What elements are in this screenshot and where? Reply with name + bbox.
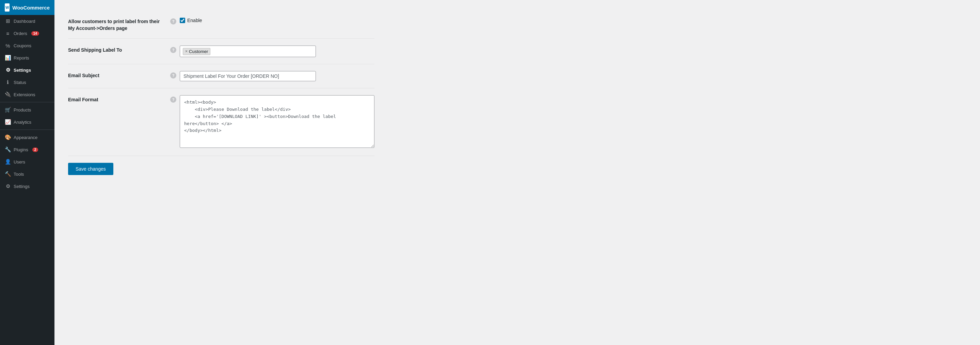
sidebar-item-extensions[interactable]: 🔌 Extensions (0, 89, 54, 101)
sidebar-item-settings2[interactable]: ⚙ Settings (0, 180, 54, 192)
email-format-textarea[interactable]: <html><body> <div>Please Download the la… (180, 95, 374, 148)
sidebar-item-analytics[interactable]: 📈 Analytics (0, 116, 54, 128)
settings2-icon: ⚙ (5, 183, 11, 189)
sidebar-label-tools: Tools (14, 172, 24, 177)
textarea-wrap: <html><body> <div>Please Download the la… (180, 95, 374, 149)
sidebar-item-orders[interactable]: ≡ Orders 14 (0, 27, 54, 40)
appearance-icon: 🎨 (5, 134, 11, 140)
tag-input-send-label[interactable]: × Customer (180, 46, 316, 57)
sidebar-label-settings: Settings (14, 68, 31, 73)
orders-icon: ≡ (5, 30, 11, 36)
checkbox-row-allow-print: Enable (180, 17, 202, 23)
enable-checkbox[interactable] (180, 18, 185, 23)
sidebar-divider-1 (0, 102, 54, 102)
sidebar-label-appearance: Appearance (14, 135, 37, 140)
help-icon-send-label[interactable]: ? (170, 47, 176, 53)
sidebar-label-settings2: Settings (14, 184, 30, 189)
coupons-icon: % (5, 43, 11, 49)
plugins-badge: 2 (32, 147, 38, 152)
sidebar-label-extensions: Extensions (14, 92, 35, 97)
form-row-email-subject: Email Subject ? (68, 64, 374, 89)
sidebar-label-users: Users (14, 160, 25, 165)
main-content: Allow customers to print label from thei… (54, 0, 980, 345)
help-icon-email-format[interactable]: ? (170, 97, 176, 103)
sidebar-label-analytics: Analytics (14, 120, 31, 125)
label-email-format: Email Format (68, 95, 163, 103)
sidebar-item-dashboard[interactable]: ⊞ Dashboard (0, 15, 54, 27)
form-table: Allow customers to print label from thei… (68, 10, 374, 175)
plugins-icon: 🔧 (5, 147, 11, 153)
extensions-icon: 🔌 (5, 92, 11, 98)
sidebar-item-settings[interactable]: ⚙ Settings (0, 64, 54, 76)
sidebar-item-coupons[interactable]: % Coupons (0, 40, 54, 52)
sidebar-item-appearance[interactable]: 🎨 Appearance (0, 131, 54, 144)
users-icon: 👤 (5, 159, 11, 165)
sidebar-item-products[interactable]: 🛒 Products (0, 104, 54, 116)
analytics-icon: 📈 (5, 119, 11, 125)
save-changes-button[interactable]: Save changes (68, 163, 113, 175)
sidebar-label-plugins: Plugins (14, 147, 28, 152)
label-email-subject: Email Subject (68, 71, 163, 79)
help-icon-allow-print[interactable]: ? (170, 18, 176, 24)
control-email-subject: ? (170, 71, 374, 81)
control-allow-print: ? Enable (170, 17, 374, 24)
sidebar-label-reports: Reports (14, 55, 29, 60)
sidebar-item-reports[interactable]: 📊 Reports (0, 52, 54, 64)
woo-logo-box: W (5, 3, 10, 11)
tag-remove-customer[interactable]: × (185, 49, 188, 54)
label-send-label: Send Shipping Label To (68, 46, 163, 54)
sidebar-item-users[interactable]: 👤 Users (0, 156, 54, 168)
settings-icon: ⚙ (5, 67, 11, 73)
sidebar-label-orders: Orders (14, 31, 27, 36)
sidebar-item-plugins[interactable]: 🔧 Plugins 2 (0, 144, 54, 156)
sidebar-logo[interactable]: W WooCommerce (0, 0, 54, 15)
tag-customer: × Customer (183, 48, 210, 55)
form-row-send-label: Send Shipping Label To ? × Customer (68, 39, 374, 64)
email-subject-input[interactable] (180, 71, 316, 81)
label-allow-print: Allow customers to print label from thei… (68, 17, 163, 32)
sidebar-label-coupons: Coupons (14, 43, 31, 48)
tag-label-customer: Customer (189, 49, 208, 54)
control-email-format: ? <html><body> <div>Please Download the … (170, 95, 374, 149)
form-row-email-format: Email Format ? <html><body> <div>Please … (68, 89, 374, 156)
sidebar-label-status: Status (14, 80, 26, 85)
orders-badge: 14 (31, 31, 39, 36)
sidebar-divider-2 (0, 130, 54, 130)
enable-checkbox-label: Enable (187, 18, 202, 23)
control-send-label: ? × Customer (170, 46, 374, 57)
form-row-allow-print: Allow customers to print label from thei… (68, 10, 374, 39)
sidebar-label-dashboard: Dashboard (14, 19, 35, 24)
products-icon: 🛒 (5, 107, 11, 113)
help-icon-email-subject[interactable]: ? (170, 73, 176, 79)
sidebar: W WooCommerce ⊞ Dashboard ≡ Orders 14 % … (0, 0, 54, 345)
reports-icon: 📊 (5, 55, 11, 61)
sidebar-logo-text: WooCommerce (12, 5, 50, 11)
sidebar-item-status[interactable]: ℹ Status (0, 76, 54, 89)
sidebar-label-products: Products (14, 108, 31, 112)
status-icon: ℹ (5, 79, 11, 85)
dashboard-icon: ⊞ (5, 18, 11, 24)
tools-icon: 🔨 (5, 171, 11, 177)
sidebar-item-tools[interactable]: 🔨 Tools (0, 168, 54, 180)
